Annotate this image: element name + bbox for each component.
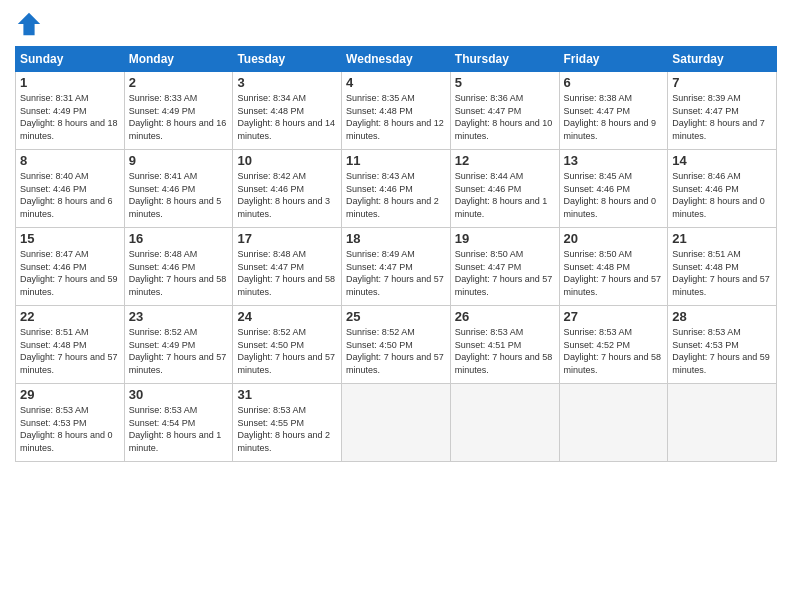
day-number: 5 bbox=[455, 75, 555, 90]
day-number: 28 bbox=[672, 309, 772, 324]
day-info: Sunrise: 8:35 AMSunset: 4:48 PMDaylight:… bbox=[346, 92, 446, 142]
day-number: 30 bbox=[129, 387, 229, 402]
week-row-2: 8Sunrise: 8:40 AMSunset: 4:46 PMDaylight… bbox=[16, 150, 777, 228]
day-cell: 2Sunrise: 8:33 AMSunset: 4:49 PMDaylight… bbox=[124, 72, 233, 150]
day-number: 17 bbox=[237, 231, 337, 246]
day-number: 19 bbox=[455, 231, 555, 246]
day-cell bbox=[668, 384, 777, 462]
day-number: 8 bbox=[20, 153, 120, 168]
day-number: 23 bbox=[129, 309, 229, 324]
day-info: Sunrise: 8:48 AMSunset: 4:46 PMDaylight:… bbox=[129, 248, 229, 298]
day-cell: 10Sunrise: 8:42 AMSunset: 4:46 PMDayligh… bbox=[233, 150, 342, 228]
week-row-4: 22Sunrise: 8:51 AMSunset: 4:48 PMDayligh… bbox=[16, 306, 777, 384]
col-header-thursday: Thursday bbox=[450, 47, 559, 72]
day-number: 22 bbox=[20, 309, 120, 324]
day-number: 3 bbox=[237, 75, 337, 90]
day-info: Sunrise: 8:53 AMSunset: 4:53 PMDaylight:… bbox=[20, 404, 120, 454]
day-info: Sunrise: 8:51 AMSunset: 4:48 PMDaylight:… bbox=[20, 326, 120, 376]
day-cell: 3Sunrise: 8:34 AMSunset: 4:48 PMDaylight… bbox=[233, 72, 342, 150]
day-cell: 20Sunrise: 8:50 AMSunset: 4:48 PMDayligh… bbox=[559, 228, 668, 306]
header-row: SundayMondayTuesdayWednesdayThursdayFrid… bbox=[16, 47, 777, 72]
day-cell: 31Sunrise: 8:53 AMSunset: 4:55 PMDayligh… bbox=[233, 384, 342, 462]
day-number: 4 bbox=[346, 75, 446, 90]
day-cell: 27Sunrise: 8:53 AMSunset: 4:52 PMDayligh… bbox=[559, 306, 668, 384]
header bbox=[15, 10, 777, 38]
day-cell: 22Sunrise: 8:51 AMSunset: 4:48 PMDayligh… bbox=[16, 306, 125, 384]
day-cell: 8Sunrise: 8:40 AMSunset: 4:46 PMDaylight… bbox=[16, 150, 125, 228]
day-number: 7 bbox=[672, 75, 772, 90]
day-info: Sunrise: 8:44 AMSunset: 4:46 PMDaylight:… bbox=[455, 170, 555, 220]
day-info: Sunrise: 8:52 AMSunset: 4:49 PMDaylight:… bbox=[129, 326, 229, 376]
day-info: Sunrise: 8:53 AMSunset: 4:52 PMDaylight:… bbox=[564, 326, 664, 376]
day-cell bbox=[559, 384, 668, 462]
day-number: 14 bbox=[672, 153, 772, 168]
day-cell: 25Sunrise: 8:52 AMSunset: 4:50 PMDayligh… bbox=[342, 306, 451, 384]
day-info: Sunrise: 8:31 AMSunset: 4:49 PMDaylight:… bbox=[20, 92, 120, 142]
day-number: 18 bbox=[346, 231, 446, 246]
day-number: 12 bbox=[455, 153, 555, 168]
day-number: 25 bbox=[346, 309, 446, 324]
day-number: 9 bbox=[129, 153, 229, 168]
day-number: 16 bbox=[129, 231, 229, 246]
day-cell: 18Sunrise: 8:49 AMSunset: 4:47 PMDayligh… bbox=[342, 228, 451, 306]
day-number: 1 bbox=[20, 75, 120, 90]
calendar-table: SundayMondayTuesdayWednesdayThursdayFrid… bbox=[15, 46, 777, 462]
day-cell: 12Sunrise: 8:44 AMSunset: 4:46 PMDayligh… bbox=[450, 150, 559, 228]
day-cell: 11Sunrise: 8:43 AMSunset: 4:46 PMDayligh… bbox=[342, 150, 451, 228]
day-info: Sunrise: 8:50 AMSunset: 4:47 PMDaylight:… bbox=[455, 248, 555, 298]
col-header-friday: Friday bbox=[559, 47, 668, 72]
col-header-saturday: Saturday bbox=[668, 47, 777, 72]
day-number: 11 bbox=[346, 153, 446, 168]
day-cell: 14Sunrise: 8:46 AMSunset: 4:46 PMDayligh… bbox=[668, 150, 777, 228]
day-info: Sunrise: 8:53 AMSunset: 4:53 PMDaylight:… bbox=[672, 326, 772, 376]
day-cell: 17Sunrise: 8:48 AMSunset: 4:47 PMDayligh… bbox=[233, 228, 342, 306]
day-info: Sunrise: 8:33 AMSunset: 4:49 PMDaylight:… bbox=[129, 92, 229, 142]
day-number: 10 bbox=[237, 153, 337, 168]
day-number: 27 bbox=[564, 309, 664, 324]
day-cell bbox=[342, 384, 451, 462]
week-row-3: 15Sunrise: 8:47 AMSunset: 4:46 PMDayligh… bbox=[16, 228, 777, 306]
day-number: 31 bbox=[237, 387, 337, 402]
day-info: Sunrise: 8:50 AMSunset: 4:48 PMDaylight:… bbox=[564, 248, 664, 298]
day-cell: 4Sunrise: 8:35 AMSunset: 4:48 PMDaylight… bbox=[342, 72, 451, 150]
day-info: Sunrise: 8:43 AMSunset: 4:46 PMDaylight:… bbox=[346, 170, 446, 220]
col-header-monday: Monday bbox=[124, 47, 233, 72]
day-number: 29 bbox=[20, 387, 120, 402]
day-info: Sunrise: 8:53 AMSunset: 4:55 PMDaylight:… bbox=[237, 404, 337, 454]
day-info: Sunrise: 8:52 AMSunset: 4:50 PMDaylight:… bbox=[237, 326, 337, 376]
day-cell: 1Sunrise: 8:31 AMSunset: 4:49 PMDaylight… bbox=[16, 72, 125, 150]
day-cell: 13Sunrise: 8:45 AMSunset: 4:46 PMDayligh… bbox=[559, 150, 668, 228]
day-number: 13 bbox=[564, 153, 664, 168]
day-info: Sunrise: 8:47 AMSunset: 4:46 PMDaylight:… bbox=[20, 248, 120, 298]
day-cell: 5Sunrise: 8:36 AMSunset: 4:47 PMDaylight… bbox=[450, 72, 559, 150]
logo-icon bbox=[15, 10, 43, 38]
logo bbox=[15, 10, 47, 38]
day-info: Sunrise: 8:51 AMSunset: 4:48 PMDaylight:… bbox=[672, 248, 772, 298]
day-info: Sunrise: 8:52 AMSunset: 4:50 PMDaylight:… bbox=[346, 326, 446, 376]
day-info: Sunrise: 8:36 AMSunset: 4:47 PMDaylight:… bbox=[455, 92, 555, 142]
day-info: Sunrise: 8:53 AMSunset: 4:54 PMDaylight:… bbox=[129, 404, 229, 454]
day-cell: 30Sunrise: 8:53 AMSunset: 4:54 PMDayligh… bbox=[124, 384, 233, 462]
day-number: 6 bbox=[564, 75, 664, 90]
day-cell: 15Sunrise: 8:47 AMSunset: 4:46 PMDayligh… bbox=[16, 228, 125, 306]
day-info: Sunrise: 8:38 AMSunset: 4:47 PMDaylight:… bbox=[564, 92, 664, 142]
day-cell: 19Sunrise: 8:50 AMSunset: 4:47 PMDayligh… bbox=[450, 228, 559, 306]
day-info: Sunrise: 8:49 AMSunset: 4:47 PMDaylight:… bbox=[346, 248, 446, 298]
day-number: 24 bbox=[237, 309, 337, 324]
day-number: 2 bbox=[129, 75, 229, 90]
day-cell: 24Sunrise: 8:52 AMSunset: 4:50 PMDayligh… bbox=[233, 306, 342, 384]
day-info: Sunrise: 8:45 AMSunset: 4:46 PMDaylight:… bbox=[564, 170, 664, 220]
col-header-sunday: Sunday bbox=[16, 47, 125, 72]
day-info: Sunrise: 8:46 AMSunset: 4:46 PMDaylight:… bbox=[672, 170, 772, 220]
day-cell: 23Sunrise: 8:52 AMSunset: 4:49 PMDayligh… bbox=[124, 306, 233, 384]
day-cell: 16Sunrise: 8:48 AMSunset: 4:46 PMDayligh… bbox=[124, 228, 233, 306]
day-info: Sunrise: 8:34 AMSunset: 4:48 PMDaylight:… bbox=[237, 92, 337, 142]
page: SundayMondayTuesdayWednesdayThursdayFrid… bbox=[0, 0, 792, 612]
day-info: Sunrise: 8:53 AMSunset: 4:51 PMDaylight:… bbox=[455, 326, 555, 376]
day-cell: 28Sunrise: 8:53 AMSunset: 4:53 PMDayligh… bbox=[668, 306, 777, 384]
day-info: Sunrise: 8:42 AMSunset: 4:46 PMDaylight:… bbox=[237, 170, 337, 220]
day-cell: 26Sunrise: 8:53 AMSunset: 4:51 PMDayligh… bbox=[450, 306, 559, 384]
day-cell: 21Sunrise: 8:51 AMSunset: 4:48 PMDayligh… bbox=[668, 228, 777, 306]
day-cell: 6Sunrise: 8:38 AMSunset: 4:47 PMDaylight… bbox=[559, 72, 668, 150]
week-row-1: 1Sunrise: 8:31 AMSunset: 4:49 PMDaylight… bbox=[16, 72, 777, 150]
